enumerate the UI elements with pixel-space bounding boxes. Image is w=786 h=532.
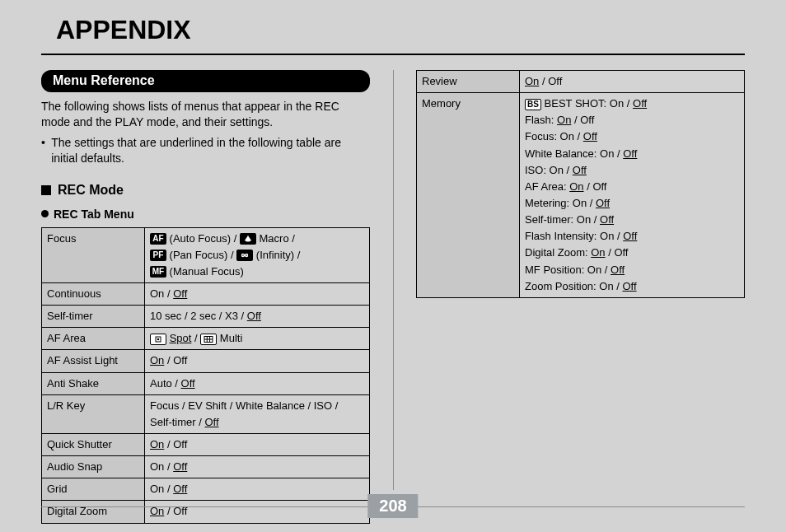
rec-tab-table: FocusAF (Auto Focus) / Macro /PF (Pan Fo… <box>41 227 370 524</box>
row-value: On / Off <box>145 433 370 455</box>
row-label: Review <box>417 71 520 93</box>
row-value: On / Off <box>145 456 370 478</box>
row-label: Continuous <box>42 282 145 305</box>
row-value: Auto / Off <box>145 372 370 394</box>
mf-icon: MF <box>150 266 166 278</box>
pf-icon: PF <box>150 250 166 261</box>
table-row: Quick ShutterOn / Off <box>42 433 370 455</box>
rec-tab-heading: REC Tab Menu <box>41 208 370 221</box>
disc-bullet-icon <box>41 210 49 217</box>
row-value: 10 sec / 2 sec / X3 / Off <box>145 306 370 328</box>
rec-tab-table-continued: ReviewOn / OffMemoryBS BEST SHOT: On / O… <box>416 70 745 298</box>
table-row: Audio SnapOn / Off <box>42 456 370 478</box>
note-row: • The settings that are underlined in th… <box>41 135 370 166</box>
square-bullet-icon <box>41 185 51 195</box>
bs-icon: BS <box>525 99 541 110</box>
table-row: ContinuousOn / Off <box>42 282 370 305</box>
row-value: Focus / EV Shift / White Balance / ISO /… <box>145 394 370 433</box>
table-row: Anti ShakeAuto / Off <box>42 372 370 394</box>
row-label: Audio Snap <box>42 456 145 478</box>
table-row: AF Area Spot / Multi <box>42 328 370 350</box>
page-footer: 208 <box>41 494 745 519</box>
title-rule <box>41 54 745 55</box>
macro-icon <box>240 233 256 245</box>
right-column: ReviewOn / OffMemoryBS BEST SHOT: On / O… <box>393 70 745 524</box>
table-row: AF Assist LightOn / Off <box>42 350 370 372</box>
rec-mode-heading: REC Mode <box>41 183 370 198</box>
row-value: On / Off <box>145 350 370 372</box>
note-text: The settings that are underlined in the … <box>51 135 370 166</box>
multi-icon <box>200 334 217 345</box>
table-row: ReviewOn / Off <box>417 71 745 93</box>
row-label: Anti Shake <box>42 372 145 394</box>
row-value: Spot / Multi <box>145 328 370 350</box>
row-value: BS BEST SHOT: On / OffFlash: On / OffFoc… <box>520 93 745 298</box>
page-title: APPENDIX <box>41 8 745 54</box>
table-row: MemoryBS BEST SHOT: On / OffFlash: On / … <box>417 93 745 298</box>
row-label: AF Assist Light <box>42 350 145 372</box>
intro-text: The following shows lists of menus that … <box>41 99 370 130</box>
row-label: Focus <box>42 227 145 282</box>
section-header: Menu Reference <box>41 70 370 92</box>
spot-icon <box>150 334 166 345</box>
row-label: L/R Key <box>42 394 145 433</box>
page-number: 208 <box>367 494 418 518</box>
svg-point-1 <box>157 338 160 341</box>
row-label: AF Area <box>42 328 145 350</box>
table-row: L/R KeyFocus / EV Shift / White Balance … <box>42 394 370 433</box>
row-value: On / Off <box>145 282 370 305</box>
row-label: Memory <box>417 93 520 298</box>
af-icon: AF <box>150 233 166 245</box>
row-label: Quick Shutter <box>42 433 145 455</box>
table-row: Self-timer10 sec / 2 sec / X3 / Off <box>42 306 370 328</box>
infinity-icon <box>236 250 253 261</box>
bullet-dot: • <box>41 135 51 166</box>
row-value: On / Off <box>520 71 745 93</box>
row-value: AF (Auto Focus) / Macro /PF (Pan Focus) … <box>145 227 370 282</box>
left-column: Menu Reference The following shows lists… <box>41 70 393 524</box>
row-label: Self-timer <box>42 306 145 328</box>
table-row: FocusAF (Auto Focus) / Macro /PF (Pan Fo… <box>42 227 370 282</box>
